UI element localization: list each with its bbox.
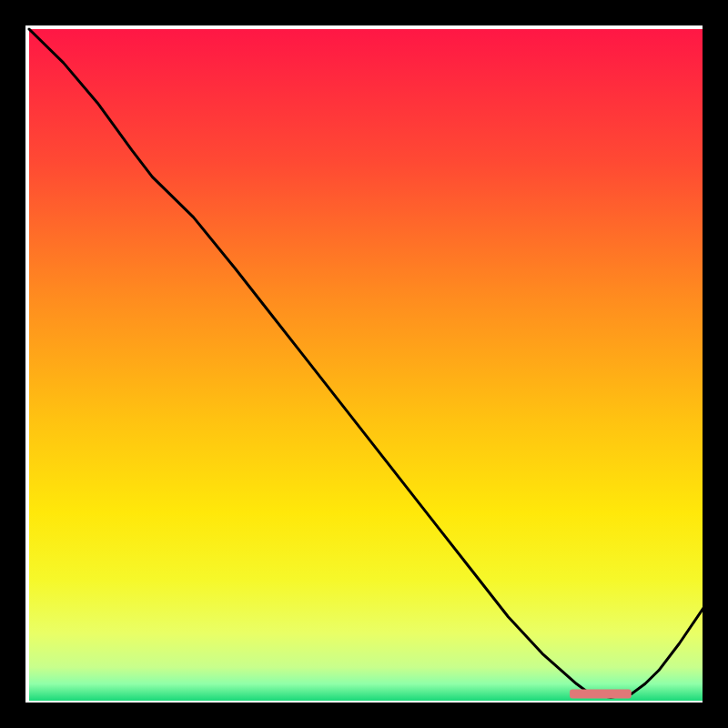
chart-container: { "watermark": "TheBottleneck.com", "cha… [0,0,728,728]
optimal-range-marker [570,690,632,699]
plot-gradient-background [29,29,713,701]
bottleneck-chart [0,0,728,728]
